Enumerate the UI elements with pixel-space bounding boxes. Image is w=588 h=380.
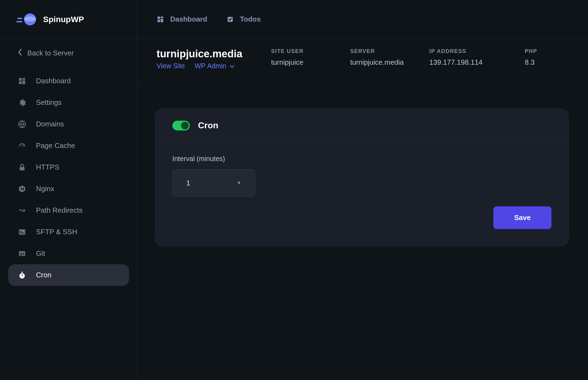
svg-rect-15 <box>158 16 160 19</box>
stopwatch-icon <box>18 271 26 279</box>
back-label: Back to Server <box>27 49 74 57</box>
main: Dashboard Todos turnipjuice.media View S… <box>137 0 588 380</box>
sidebar-item-domains[interactable]: Domains <box>8 113 129 135</box>
sidebar-item-page-cache[interactable]: Page Cache <box>8 135 129 156</box>
svg-text:git: git <box>20 252 24 256</box>
topbar-dashboard-link[interactable]: Dashboard <box>157 15 207 23</box>
card-title: Cron <box>198 120 218 130</box>
svg-rect-18 <box>158 20 160 22</box>
sidebar-item-sftp-ssh[interactable]: SFTP & SSH <box>8 221 129 243</box>
svg-rect-14 <box>22 272 23 273</box>
brand-name: SpinupWP <box>43 15 84 24</box>
topbar-todos-link[interactable]: Todos <box>226 15 261 23</box>
sidebar-item-label: Cron <box>36 271 51 279</box>
git-icon: git <box>18 250 26 258</box>
php-col: PHP 8.3 <box>525 48 547 70</box>
server-col: SERVER turnipjuice.media <box>350 48 405 70</box>
interval-select[interactable]: 1 ▼ <box>172 169 255 197</box>
chevron-left-icon <box>18 49 22 58</box>
topbar: Dashboard Todos <box>137 0 588 39</box>
site-title: turnipjuice.media <box>157 48 247 60</box>
sidebar-item-label: HTTPS <box>36 163 59 171</box>
svg-rect-2 <box>17 18 22 19</box>
svg-point-1 <box>24 16 36 21</box>
nginx-icon <box>18 185 26 193</box>
sidebar-item-nginx[interactable]: Nginx <box>8 178 129 200</box>
topbar-label: Dashboard <box>170 15 207 23</box>
sidebar-item-settings[interactable]: Settings <box>8 92 129 113</box>
save-button[interactable]: Save <box>493 206 551 229</box>
cron-toggle[interactable] <box>172 121 190 130</box>
topbar-label: Todos <box>240 15 261 23</box>
sidebar: SpinupWP Back to Server Dashboard Settin… <box>0 0 137 380</box>
svg-rect-9 <box>20 167 25 170</box>
cron-card: Cron Interval (minutes) 1 ▼ Save <box>155 108 569 247</box>
sidebar-item-label: Dashboard <box>36 77 71 85</box>
sidebar-item-https[interactable]: HTTPS <box>8 156 129 178</box>
gauge-icon <box>18 142 26 150</box>
site-info-bar: turnipjuice.media View Site WP Admin SIT… <box>137 39 588 82</box>
view-site-link[interactable]: View Site <box>157 62 185 70</box>
card-header: Cron <box>155 108 569 143</box>
gear-icon <box>18 99 26 107</box>
sidebar-item-path-redirects[interactable]: Path Redirects <box>8 200 129 221</box>
logo-icon <box>16 13 38 26</box>
svg-rect-10 <box>19 229 25 235</box>
interval-value: 1 <box>186 179 190 187</box>
dashboard-icon <box>18 77 26 85</box>
info-value: 8.3 <box>525 58 547 67</box>
sidebar-item-label: Page Cache <box>36 141 75 150</box>
logo[interactable]: SpinupWP <box>16 13 84 26</box>
svg-rect-17 <box>161 19 163 22</box>
info-value: 139.177.198.114 <box>429 58 500 67</box>
sidebar-item-label: Domains <box>36 120 64 128</box>
info-value: turnipjuice.media <box>350 58 405 67</box>
toggle-knob <box>181 122 189 129</box>
info-label: SERVER <box>350 48 405 54</box>
wp-admin-link[interactable]: WP Admin <box>195 62 235 70</box>
card-body: Interval (minutes) 1 ▼ Save <box>155 143 569 247</box>
todos-icon <box>226 16 234 23</box>
sidebar-item-cron[interactable]: Cron <box>8 264 129 286</box>
info-label: IP ADDRESS <box>429 48 500 54</box>
redirect-icon <box>18 206 26 215</box>
sidebar-nav: Dashboard Settings Domains Page Cache <box>0 67 137 286</box>
globe-icon <box>18 120 26 128</box>
sidebar-item-label: Nginx <box>36 185 54 193</box>
interval-label: Interval (minutes) <box>172 155 551 163</box>
ip-col: IP ADDRESS 139.177.198.114 <box>429 48 500 70</box>
chevron-down-icon <box>230 62 235 70</box>
back-to-server-link[interactable]: Back to Server <box>0 39 137 67</box>
sidebar-item-label: Git <box>36 249 45 258</box>
sidebar-item-label: Path Redirects <box>36 206 83 215</box>
sidebar-item-git[interactable]: git Git <box>8 243 129 264</box>
content: Cron Interval (minutes) 1 ▼ Save <box>137 82 588 247</box>
svg-rect-4 <box>19 78 22 81</box>
sidebar-item-label: SFTP & SSH <box>36 228 77 236</box>
terminal-icon <box>18 228 26 236</box>
svg-rect-6 <box>22 80 25 84</box>
sidebar-item-label: Settings <box>36 98 62 107</box>
wp-admin-label: WP Admin <box>195 62 226 70</box>
lock-icon <box>18 163 26 171</box>
info-label: SITE USER <box>271 48 326 54</box>
svg-rect-5 <box>22 78 25 79</box>
svg-rect-3 <box>16 21 22 22</box>
sidebar-item-dashboard[interactable]: Dashboard <box>8 70 129 92</box>
svg-rect-16 <box>161 16 163 18</box>
svg-rect-7 <box>19 81 22 84</box>
dashboard-icon <box>157 16 164 23</box>
logo-area: SpinupWP <box>0 0 137 39</box>
info-label: PHP <box>525 48 547 54</box>
caret-down-icon: ▼ <box>236 180 241 186</box>
site-user-col: SITE USER turnipjuice <box>271 48 326 70</box>
info-value: turnipjuice <box>271 58 326 67</box>
